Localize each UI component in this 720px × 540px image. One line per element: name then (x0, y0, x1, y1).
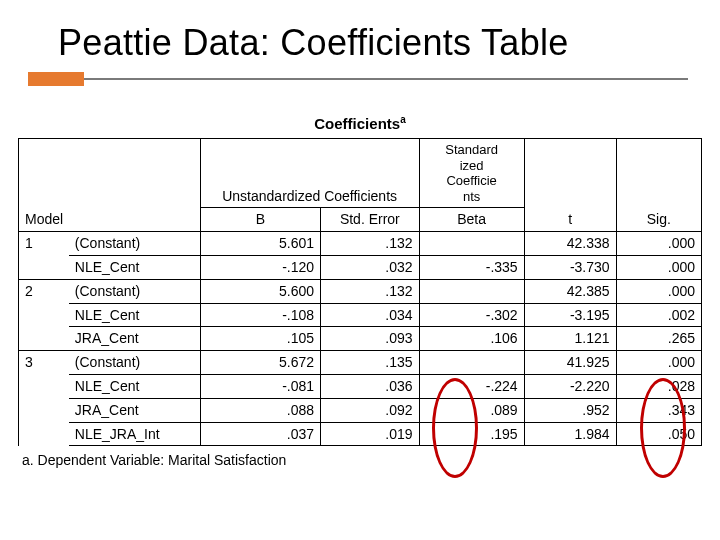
table-row: NLE_Cent -.081 .036 -.224 -2.220 .028 (19, 374, 702, 398)
cell-beta: -.335 (419, 255, 524, 279)
predictor: NLE_Cent (69, 303, 200, 327)
cell-beta (419, 232, 524, 256)
cell-sig: .000 (616, 255, 701, 279)
coefficients-table-wrap: Model Unstandardized Coefficients Standa… (18, 138, 702, 446)
table-row: JRA_Cent .105 .093 .106 1.121 .265 (19, 327, 702, 351)
hdr-std: Standard ized Coefficie nts (419, 139, 524, 208)
cell-sig: .050 (616, 422, 701, 446)
cell-beta (419, 279, 524, 303)
model-num-2: 2 (19, 279, 69, 350)
table-row: JRA_Cent .088 .092 .089 .952 .343 (19, 398, 702, 422)
cell-B: .037 (200, 422, 320, 446)
predictor: (Constant) (69, 279, 200, 303)
predictor: (Constant) (69, 351, 200, 375)
predictor: JRA_Cent (69, 327, 200, 351)
cell-beta: .106 (419, 327, 524, 351)
hdr-model: Model (19, 139, 201, 232)
cell-t: 42.385 (524, 279, 616, 303)
caption-text: Coefficients (314, 115, 400, 132)
cell-B: .105 (200, 327, 320, 351)
cell-t: -2.220 (524, 374, 616, 398)
title-rule (28, 72, 688, 86)
cell-beta: -.302 (419, 303, 524, 327)
table-row: NLE_Cent -.108 .034 -.302 -3.195 .002 (19, 303, 702, 327)
cell-se: .135 (321, 351, 420, 375)
predictor: NLE_Cent (69, 255, 200, 279)
cell-se: .092 (321, 398, 420, 422)
cell-beta (419, 351, 524, 375)
predictor: (Constant) (69, 232, 200, 256)
table-row: 1 (Constant) 5.601 .132 42.338 .000 (19, 232, 702, 256)
cell-sig: .002 (616, 303, 701, 327)
hdr-sig: Sig. (616, 139, 701, 232)
cell-beta: .089 (419, 398, 524, 422)
cell-se: .132 (321, 279, 420, 303)
hdr-unstd: Unstandardized Coefficients (200, 139, 419, 208)
cell-sig: .265 (616, 327, 701, 351)
cell-t: 41.925 (524, 351, 616, 375)
cell-t: -3.195 (524, 303, 616, 327)
cell-sig: .000 (616, 279, 701, 303)
table-row: 3 (Constant) 5.672 .135 41.925 .000 (19, 351, 702, 375)
caption-sup: a (400, 114, 406, 125)
hdr-t: t (524, 139, 616, 232)
cell-se: .019 (321, 422, 420, 446)
predictor: NLE_Cent (69, 374, 200, 398)
cell-beta: .195 (419, 422, 524, 446)
cell-se: .093 (321, 327, 420, 351)
cell-se: .032 (321, 255, 420, 279)
model-num-3: 3 (19, 351, 69, 446)
cell-sig: .343 (616, 398, 701, 422)
predictor: NLE_JRA_Int (69, 422, 200, 446)
hdr-beta: Beta (419, 208, 524, 232)
table-caption: Coefficientsa (0, 114, 720, 132)
cell-B: 5.672 (200, 351, 320, 375)
cell-se: .132 (321, 232, 420, 256)
coefficients-table: Model Unstandardized Coefficients Standa… (18, 138, 702, 446)
slide-title: Peattie Data: Coefficients Table (0, 0, 720, 72)
cell-sig: .028 (616, 374, 701, 398)
cell-t: -3.730 (524, 255, 616, 279)
cell-t: 42.338 (524, 232, 616, 256)
cell-t: .952 (524, 398, 616, 422)
predictor: JRA_Cent (69, 398, 200, 422)
cell-B: 5.601 (200, 232, 320, 256)
hdr-se: Std. Error (321, 208, 420, 232)
cell-se: .034 (321, 303, 420, 327)
table-row: NLE_JRA_Int .037 .019 .195 1.984 .050 (19, 422, 702, 446)
model-num-1: 1 (19, 232, 69, 280)
cell-t: 1.984 (524, 422, 616, 446)
cell-se: .036 (321, 374, 420, 398)
cell-sig: .000 (616, 351, 701, 375)
cell-B: 5.600 (200, 279, 320, 303)
cell-sig: .000 (616, 232, 701, 256)
cell-B: -.108 (200, 303, 320, 327)
cell-beta: -.224 (419, 374, 524, 398)
cell-t: 1.121 (524, 327, 616, 351)
cell-B: -.081 (200, 374, 320, 398)
cell-B: .088 (200, 398, 320, 422)
hdr-B: B (200, 208, 320, 232)
table-row: NLE_Cent -.120 .032 -.335 -3.730 .000 (19, 255, 702, 279)
table-row: 2 (Constant) 5.600 .132 42.385 .000 (19, 279, 702, 303)
table-footnote: a. Dependent Variable: Marital Satisfact… (22, 452, 720, 468)
cell-B: -.120 (200, 255, 320, 279)
